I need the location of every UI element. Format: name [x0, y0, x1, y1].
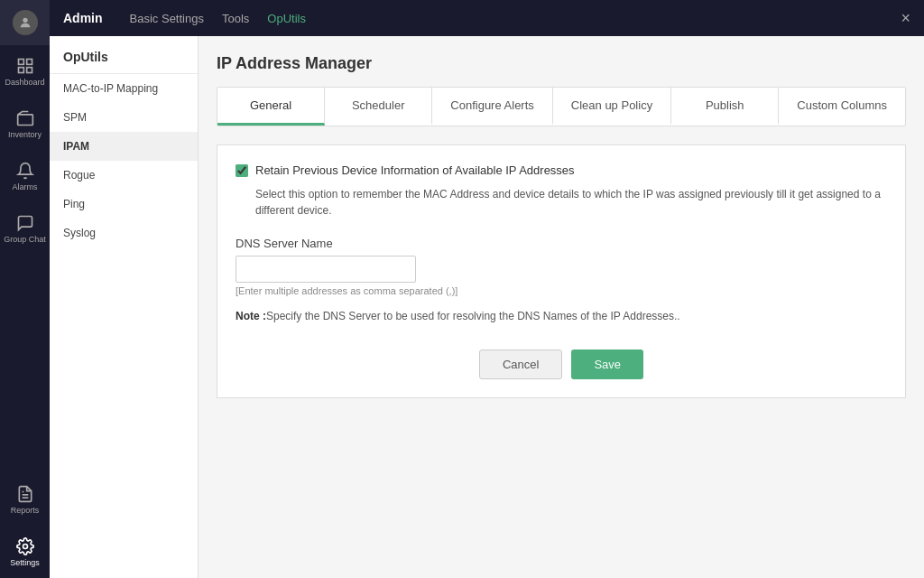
cancel-button[interactable]: Cancel [479, 350, 562, 379]
sidebar-item-settings[interactable]: Settings [0, 526, 50, 578]
left-nav-ipam[interactable]: IPAM [50, 132, 198, 161]
description-text: Select this option to remember the MAC A… [255, 186, 887, 219]
svg-point-8 [23, 544, 27, 548]
svg-rect-3 [18, 67, 23, 72]
sidebar-item-settings-label: Settings [10, 558, 40, 567]
page-title: IP Address Manager [217, 54, 906, 73]
dns-label: DNS Server Name [236, 237, 887, 250]
left-nav-rogue[interactable]: Rogue [50, 161, 198, 190]
close-button[interactable]: × [901, 9, 910, 28]
left-nav: OpUtils MAC-to-IP Mapping SPM IPAM Rogue… [50, 36, 199, 578]
note-strong: Note : [236, 310, 266, 322]
sidebar-item-reports[interactable]: Reports [0, 473, 50, 526]
sidebar-item-dashboard-label: Dashboard [5, 78, 44, 87]
svg-rect-4 [26, 67, 32, 72]
sidebar-item-group-chat[interactable]: Group Chat [0, 202, 50, 255]
sidebar-item-group-chat-label: Group Chat [4, 235, 46, 244]
dns-server-input[interactable] [236, 256, 416, 283]
sidebar-item-inventory[interactable]: Inventory [0, 98, 50, 150]
svg-rect-2 [26, 59, 32, 64]
topbar-nav-basic-settings[interactable]: Basic Settings [130, 12, 204, 25]
tab-bar: General Scheduler Configure Alerts Clean… [217, 87, 906, 126]
sidebar-item-alarms-label: Alarms [12, 182, 37, 191]
dns-hint: [Enter multiple addresses as comma separ… [236, 285, 887, 296]
topbar-brand: Admin [63, 11, 103, 25]
svg-rect-1 [18, 59, 23, 64]
tab-publish[interactable]: Publish [671, 88, 779, 126]
main-wrapper: Admin Basic Settings Tools OpUtils × OpU… [50, 0, 924, 578]
sidebar-item-dashboard[interactable]: Dashboard [0, 45, 50, 98]
left-nav-title: OpUtils [50, 36, 198, 74]
save-button[interactable]: Save [571, 350, 643, 379]
left-nav-spm[interactable]: SPM [50, 103, 198, 132]
left-nav-syslog[interactable]: Syslog [50, 219, 198, 247]
topbar-nav-tools[interactable]: Tools [222, 12, 249, 25]
content-body: OpUtils MAC-to-IP Mapping SPM IPAM Rogue… [50, 36, 924, 578]
svg-point-0 [23, 18, 27, 23]
topbar-nav-oputils[interactable]: OpUtils [267, 12, 306, 25]
left-nav-ping[interactable]: Ping [50, 190, 198, 219]
sidebar-item-alarms[interactable]: Alarms [0, 150, 50, 202]
checkbox-row: Retain Previous Device Information of Av… [236, 163, 887, 177]
sidebar-bottom: Reports Settings [0, 473, 50, 578]
main-panel: IP Address Manager General Scheduler Con… [199, 36, 924, 578]
tab-clean-up-policy[interactable]: Clean up Policy [553, 88, 671, 126]
user-avatar [13, 10, 38, 35]
tab-custom-columns[interactable]: Custom Columns [779, 88, 905, 126]
left-nav-mac-to-ip[interactable]: MAC-to-IP Mapping [50, 74, 198, 103]
sidebar-item-reports-label: Reports [11, 506, 40, 515]
note-content: Specify the DNS Server to be used for re… [266, 310, 680, 322]
topbar: Admin Basic Settings Tools OpUtils × [50, 0, 924, 36]
tab-general[interactable]: General [217, 88, 325, 126]
avatar [0, 0, 50, 45]
svg-rect-5 [17, 114, 32, 125]
checkbox-label[interactable]: Retain Previous Device Information of Av… [255, 163, 575, 177]
form-area: Retain Previous Device Information of Av… [217, 144, 906, 398]
button-row: Cancel Save [236, 350, 887, 379]
note-text: Note :Specify the DNS Server to be used … [236, 310, 887, 322]
sidebar-item-inventory-label: Inventory [8, 130, 42, 139]
retain-checkbox[interactable] [236, 164, 248, 177]
sidebar: Dashboard Inventory Alarms Group Chat Re… [0, 0, 50, 578]
tab-configure-alerts[interactable]: Configure Alerts [432, 88, 553, 126]
tab-scheduler[interactable]: Scheduler [325, 88, 432, 126]
